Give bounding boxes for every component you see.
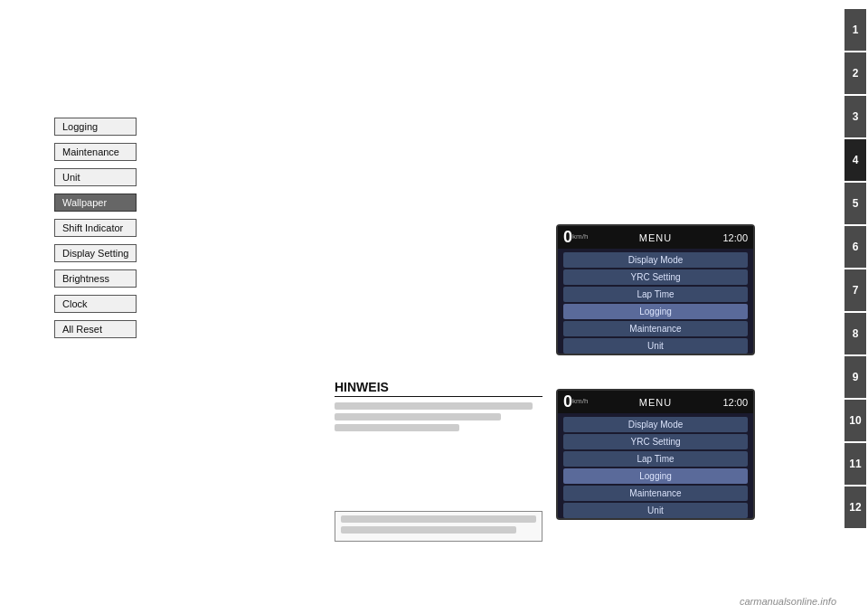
screen-bottom-item-5: Maintenance	[563, 486, 748, 501]
page-num-10[interactable]: 10	[844, 400, 866, 441]
page-num-2[interactable]: 2	[844, 52, 866, 94]
screen-top-item-5: Maintenance	[563, 321, 748, 336]
note-line-2	[341, 526, 516, 534]
screen-top-item-3: Lap Time	[563, 287, 748, 302]
blurred-line-2	[335, 413, 501, 420]
watermark: carmanualsonline.info	[740, 596, 836, 607]
page-num-4[interactable]: 4	[844, 139, 866, 181]
screen-bottom-item-4: Logging	[563, 468, 748, 484]
screen-bottom-menu: Display Mode YRC Setting Lap Time Loggin…	[558, 413, 753, 522]
screen-top-title: MENU	[639, 232, 672, 243]
device-screen-bottom: 0km/h MENU 12:00 Display Mode YRC Settin…	[556, 389, 755, 520]
menu-btn-clock[interactable]: Clock	[54, 295, 137, 313]
page-numbers: 1 2 3 4 5 6 7 8 9 10 11 12	[843, 0, 868, 614]
screen-top-speed: 0km/h	[563, 228, 588, 247]
screen-bottom-speed: 0km/h	[563, 392, 588, 411]
hinweis-section: HINWEIS	[335, 380, 542, 435]
screen-bottom-item-1: Display Mode	[563, 417, 748, 432]
screen-top-time: 12:00	[722, 232, 748, 243]
note-box	[335, 511, 542, 542]
screen-top-header: 0km/h MENU 12:00	[558, 226, 753, 249]
page-num-7[interactable]: 7	[844, 269, 866, 311]
menu-btn-wallpaper[interactable]: Wallpaper	[54, 194, 137, 212]
screen-bottom-header: 0km/h MENU 12:00	[558, 391, 753, 413]
screen-bottom-item-6: Unit	[563, 503, 748, 518]
menu-btn-unit[interactable]: Unit	[54, 168, 137, 186]
screen-top-item-2: YRC Setting	[563, 269, 748, 285]
blurred-line-3	[335, 424, 459, 431]
screen-top-item-1: Display Mode	[563, 252, 748, 268]
menu-btn-maintenance[interactable]: Maintenance	[54, 143, 137, 161]
screen-top-menu: Display Mode YRC Setting Lap Time Loggin…	[558, 249, 753, 357]
page-num-9[interactable]: 9	[844, 356, 866, 398]
page-num-6[interactable]: 6	[844, 226, 866, 268]
page-num-5[interactable]: 5	[844, 183, 866, 224]
page-num-1[interactable]: 1	[844, 9, 866, 51]
screen-bottom-title: MENU	[639, 397, 672, 408]
hinweis-title: HINWEIS	[335, 380, 542, 397]
screen-bottom-item-2: YRC Setting	[563, 434, 748, 449]
page-num-11[interactable]: 11	[844, 443, 866, 485]
page-num-3[interactable]: 3	[844, 96, 866, 137]
menu-btn-display-setting[interactable]: Display Setting	[54, 244, 137, 262]
menu-btn-shift-indicator[interactable]: Shift Indicator	[54, 219, 137, 237]
device-screen-top: 0km/h MENU 12:00 Display Mode YRC Settin…	[556, 224, 755, 355]
menu-btn-all-reset[interactable]: All Reset	[54, 320, 137, 338]
menu-btn-logging[interactable]: Logging	[54, 118, 137, 136]
left-menu: Logging Maintenance Unit Wallpaper Shift…	[54, 118, 137, 338]
menu-btn-brightness[interactable]: Brightness	[54, 269, 137, 288]
screen-top-item-4: Logging	[563, 304, 748, 319]
screen-bottom-time: 12:00	[722, 397, 748, 408]
page-num-8[interactable]: 8	[844, 313, 866, 354]
note-line-1	[341, 515, 536, 523]
screen-bottom-item-3: Lap Time	[563, 451, 748, 467]
page-num-12[interactable]: 12	[844, 486, 866, 528]
screen-top-item-6: Unit	[563, 338, 748, 354]
hinweis-text	[335, 402, 542, 431]
blurred-line-1	[335, 402, 533, 410]
